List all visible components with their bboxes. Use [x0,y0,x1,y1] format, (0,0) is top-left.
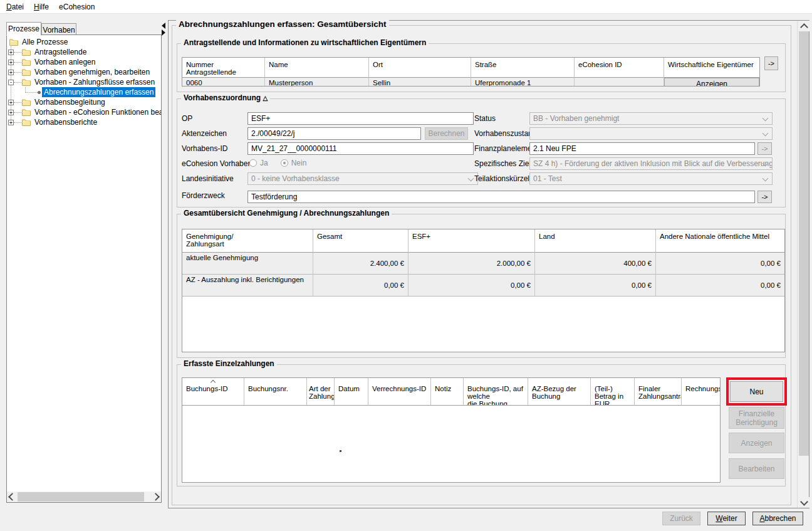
folder-icon [22,98,31,106]
expand-plus-icon[interactable]: + [8,100,14,105]
tab-prozesse[interactable]: Prozesse [6,22,41,36]
scroll-up-button[interactable] [798,21,809,31]
splitter-expand-right-icon[interactable] [162,29,165,36]
radio-nein-checked[interactable] [281,159,288,167]
vorhabens-id-field[interactable]: MV_21_27__0000000111 [247,142,474,155]
col-buchungs-id-bezug[interactable]: Buchungs-ID, auf welche die Buchung [464,378,528,406]
bearbeiten-button[interactable]: Bearbeiten [729,458,784,479]
overview-row-genehmigung[interactable]: aktuelle Genehmigung 2.400,00 € 2.000,00… [182,253,784,275]
berechnen-button[interactable]: Berechnen [425,127,468,140]
status-dropdown[interactable]: BB - Vorhaben genehmigt [529,112,773,125]
scroll-left-button[interactable] [7,492,18,502]
main-vertical-scrollbar[interactable] [797,21,809,508]
scroll-right-button[interactable] [150,492,161,502]
spezifisches-ziel-dropdown[interactable]: SZ 4 h) - Förderung der aktiven Inklusio… [529,157,773,170]
collapse-triangle-icon[interactable]: △ [263,95,268,102]
col-strasse: Straße [471,58,575,78]
splitter-collapse-left-icon[interactable] [162,23,165,29]
tree-item-label: Vorhaben - eCohesion Funktionen bearbeit [33,107,162,117]
anzeigen-eigentuemer-button[interactable]: Anzeigen [664,78,759,87]
radio-ja[interactable] [249,159,257,167]
col-finaler-zahlungsantrag[interactable]: Finaler Zahlungsantrag [635,378,682,406]
overview-header-row: Genehmigung/ Zahlungsart Gesamt ESF+ Lan… [182,229,784,253]
payments-table: Buchungs-ID Buchungsnr. Art der Zahlung … [182,377,721,483]
tree-connector [14,82,21,83]
col-datum[interactable]: Datum [335,378,368,406]
expand-plus-icon[interactable]: + [8,70,14,75]
scrollbar-thumb[interactable] [18,492,144,502]
scroll-down-button[interactable] [798,497,809,508]
vorhabenszustand-dropdown[interactable] [529,127,773,140]
chevron-down-icon [800,498,808,506]
col-teilbetrag-eur[interactable]: (Teil-) Betrag in EUR [591,378,635,406]
tree-item-vorhabensberichte[interactable]: + Vorhabensberichte [8,117,99,127]
tree-item-ecohesion-funktionen[interactable]: + Vorhaben - eCohesion Funktionen bearbe… [8,107,162,117]
tree-item-label: Antragstellende [33,47,88,57]
tree-item-abrechnungszahlungen-selected[interactable]: Abrechnungszahlungen erfassen [25,87,155,97]
col-az-bezug[interactable]: AZ-Bezug der Buchung [528,378,591,406]
tree-item-antragstellende[interactable]: + Antragstellende [8,47,88,57]
tree-item-vorhabensbegleitung[interactable]: + Vorhabensbegleitung [8,97,107,107]
op-field[interactable]: ESF+ [247,112,474,125]
tree-item-vorhaben-genehmigen[interactable]: + Vorhaben genehmigen, bearbeiten [8,67,152,77]
tree-horizontal-scrollbar[interactable] [7,492,161,502]
tree-item-label: Vorhaben genehmigen, bearbeiten [33,67,152,77]
col-art-der-zahlung[interactable]: Art der Zahlung [307,378,335,406]
expand-plus-icon[interactable]: + [8,120,14,125]
applicant-detail-arrow-button[interactable]: -> [764,56,778,70]
neu-button[interactable]: Neu [730,381,783,402]
applicant-section-title: Antragstellende und Informationen zu wir… [181,38,429,47]
foerderzweck-arrow-button[interactable]: -> [757,191,772,203]
foerderzweck-field[interactable]: Testförderung [247,191,755,203]
button-accesskey: W [716,514,722,523]
cell-ecohesion-id [575,78,664,87]
col-notiz[interactable]: Notiz [431,378,464,406]
finanzielle-berichtigung-button[interactable]: Finanzielle Berichtigung [729,407,784,429]
aktenzeichen-label: Aktenzeichen [182,127,227,138]
menu-item-datei[interactable]: Datei [1,1,29,13]
weiter-button[interactable]: Weiter [707,512,746,525]
scrollbar-thumb[interactable] [799,31,809,456]
folder-icon [22,108,31,116]
tree-connector [25,92,38,93]
folder-icon [9,38,18,46]
tree-item-label: Vorhaben anlegen [33,57,97,67]
expand-plus-icon[interactable]: + [8,110,14,115]
menu-item-ecohesion[interactable]: eCohesion [54,1,100,13]
teilaktionskuerzel-dropdown[interactable]: 01 - Test [529,172,773,185]
spezifisches-ziel-label: Spezifisches Ziel [474,157,531,168]
cell-ort: Sellin [369,78,471,87]
col-verrechnungs-id[interactable]: Verrechnungs-ID [368,378,431,406]
tree-connector [14,62,21,63]
expand-plus-icon[interactable]: + [8,50,14,55]
folder-icon [22,68,31,76]
zurueck-button[interactable]: Zurück [662,512,700,525]
tree-item-vorhaben-anlegen[interactable]: + Vorhaben anlegen [8,57,97,67]
tree-item-alle-prozesse[interactable]: Alle Prozesse [9,37,70,47]
tree-item-zahlungsfluesse[interactable]: - Vorhaben - Zahlungsflüsse erfassen [8,77,157,87]
expand-plus-icon[interactable]: + [8,60,14,65]
applicant-data-row[interactable]: 0060 Musterperson Sellin Uferpromonade 1… [182,78,759,87]
cell-andere: 0,00 € [656,253,784,275]
col-buchungsnr[interactable]: Buchungsnr. [244,378,307,406]
menu-item-hilfe[interactable]: Hilfe [29,1,54,13]
finanzplanelement-arrow-button[interactable]: -> [757,142,772,155]
finanzplanelement-field[interactable]: 2.1 Neu FPE [529,142,755,155]
landesinitiative-dropdown[interactable]: 0 - keine Vorhabensklasse [247,172,478,185]
overview-row-auszahlung[interactable]: AZ - Auszahlung inkl. Berichtigungen 0,0… [182,275,784,297]
col-rechnungslegung[interactable]: Rechnungslegung [682,378,720,406]
tab-label: Vorhaben [43,26,75,34]
col-andere-mittel: Andere Nationale öffentliche Mittel [656,229,784,253]
abbrechen-button[interactable]: Abbrechen [752,512,803,525]
tab-vorhaben[interactable]: Vorhaben [41,23,76,36]
menu-accesskey: H [34,3,39,11]
anzeigen-button[interactable]: Anzeigen [729,433,784,453]
cell-gesamt: 2.400,00 € [313,253,409,275]
collapse-minus-icon[interactable]: - [8,80,14,85]
cell-art: aktuelle Genehmigung [182,253,313,275]
chevron-left-icon [8,493,16,501]
applicant-section: Antragstellende und Informationen zu wir… [177,43,786,92]
col-wirtschaftliche-eigentuemer: Wirtschaftliche Eigentümer [664,58,759,78]
teilaktionskuerzel-label: Teilaktionskürzel [474,172,529,183]
aktenzeichen-field[interactable]: 2./00049/22/j [247,127,421,140]
